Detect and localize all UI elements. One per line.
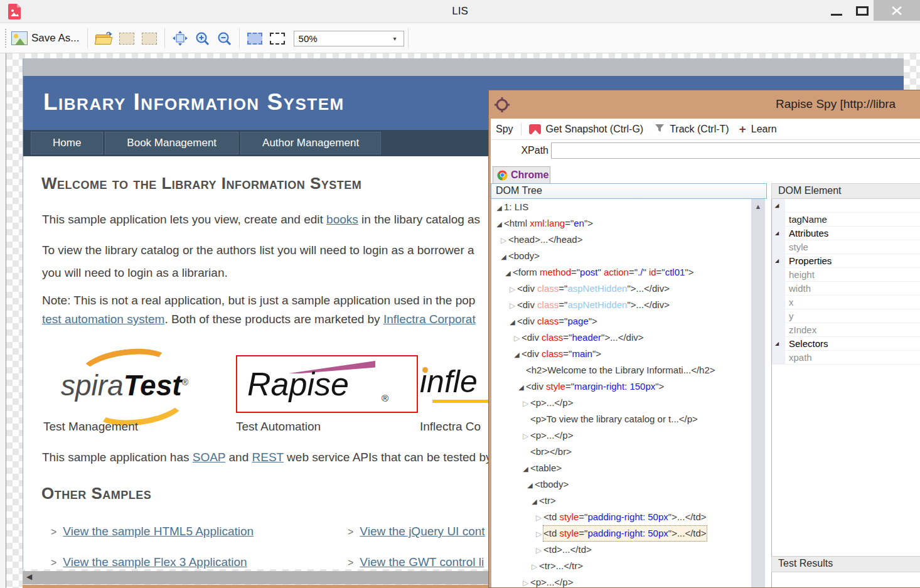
sample-link[interactable]: View the sample Flex 3 Application xyxy=(63,555,247,569)
open-file-button[interactable]: ↷ xyxy=(94,31,114,46)
property-group-row[interactable]: ◢Attributes xyxy=(772,227,920,240)
dom-tree-node[interactable]: ▷<head>...</head> xyxy=(491,232,751,248)
property-row[interactable]: xpath xyxy=(772,351,920,365)
scroll-left-icon[interactable]: ◀ xyxy=(26,572,32,581)
property-row[interactable]: x xyxy=(772,296,920,309)
property-row[interactable]: zIndex xyxy=(772,323,920,337)
dom-tree-node[interactable]: ◢<tr> xyxy=(491,493,751,509)
xpath-input[interactable] xyxy=(551,142,920,159)
inflectra-corporation-link[interactable]: Inflectra Corporat xyxy=(383,313,476,326)
dom-tree-node[interactable]: <p>To view the library catalog or t...</… xyxy=(491,411,751,427)
collapsed-icon[interactable]: ▷ xyxy=(521,575,530,587)
sample-link[interactable]: View the jQuery UI cont xyxy=(360,525,484,538)
expanded-icon[interactable]: ◢ xyxy=(495,200,504,216)
nav-item-author-management[interactable]: Author Management xyxy=(240,132,381,154)
dom-tree-node[interactable]: ▷<td style="padding-right: 50px">...</td… xyxy=(491,525,751,542)
dom-tree-node[interactable]: ◢<div class="page"> xyxy=(491,313,751,329)
spy-menu[interactable]: Spy xyxy=(496,124,513,135)
expanded-icon[interactable]: ◢ xyxy=(530,493,539,510)
dom-tree-node[interactable]: ◢<tbody> xyxy=(491,476,751,493)
collapsed-icon[interactable]: ▷ xyxy=(521,395,530,412)
dom-tree-node[interactable]: ▷<div class="aspNetHidden">...</div> xyxy=(491,297,751,313)
zoom-out-icon xyxy=(217,31,232,46)
expanded-icon[interactable]: ◢ xyxy=(495,216,504,232)
dom-tree-node[interactable]: <h2>Welcome to the Library Informati...<… xyxy=(491,362,751,378)
collapsed-icon[interactable]: ▷ xyxy=(521,428,530,444)
collapsed-icon[interactable]: ▷ xyxy=(508,297,517,314)
dom-tree-node[interactable]: ◢<body> xyxy=(491,248,751,264)
save-as-button[interactable]: Save As... xyxy=(9,30,82,46)
property-row[interactable]: width xyxy=(772,282,920,296)
dom-tree-node[interactable]: ◢<div style="margin-right: 150px"> xyxy=(491,378,751,395)
nav-item-home[interactable]: Home xyxy=(31,132,103,154)
dom-tree-node[interactable]: ▷<div class="header">...</div> xyxy=(491,329,751,346)
maximize-button[interactable] xyxy=(851,0,874,21)
property-group-row[interactable]: ◢ xyxy=(772,199,920,213)
rest-link[interactable]: REST xyxy=(252,451,283,464)
get-snapshot-button[interactable]: Get Snapshot (Ctrl-G) xyxy=(546,124,644,135)
sample-link[interactable]: View the sample HTML5 Application xyxy=(63,525,254,538)
selection-empty-button[interactable] xyxy=(268,31,287,46)
tab-chrome[interactable]: Chrome xyxy=(493,166,550,183)
zoom-out-button[interactable] xyxy=(215,30,233,47)
collapsed-icon[interactable]: ▷ xyxy=(534,542,543,559)
close-button[interactable] xyxy=(874,0,920,21)
soap-link[interactable]: SOAP xyxy=(193,451,225,464)
fit-to-window-button[interactable] xyxy=(171,29,190,47)
expanded-icon[interactable]: ◢ xyxy=(512,346,522,363)
minimize-button[interactable] xyxy=(823,0,851,21)
expanded-icon[interactable]: ◢ xyxy=(503,265,513,281)
zoom-level-combobox[interactable]: 50% ▾ xyxy=(294,31,404,46)
scroll-up-icon[interactable]: ▲ xyxy=(751,203,765,210)
expanded-icon[interactable]: ◢ xyxy=(775,227,779,240)
dom-tree-node[interactable]: ▷<p>...</p> xyxy=(491,427,751,444)
nav-item-book-management[interactable]: Book Management xyxy=(105,132,238,154)
property-group-row[interactable]: ◢Selectors xyxy=(772,337,920,351)
property-row[interactable]: tagName xyxy=(772,213,920,227)
welcome-heading: Welcome to the Library Information Syste… xyxy=(41,174,361,193)
dom-tree-node[interactable]: ▷<p>...</p> xyxy=(491,574,751,587)
property-group-row[interactable]: ◢Properties xyxy=(772,254,920,268)
dom-tree-node[interactable]: <br></br> xyxy=(491,444,751,460)
books-link[interactable]: books xyxy=(326,213,358,226)
expanded-icon[interactable]: ◢ xyxy=(775,199,779,213)
dom-tree-node[interactable]: ▷<div class="aspNetHidden">...</div> xyxy=(491,281,751,297)
rapise-logo-selection-box[interactable]: Rapise ® xyxy=(236,355,418,413)
expanded-icon[interactable]: ◢ xyxy=(499,249,508,265)
dom-tree-node[interactable]: ◢1: LIS xyxy=(491,199,751,215)
expanded-icon[interactable]: ◢ xyxy=(525,477,535,493)
dom-tree-node[interactable]: ▷<p>...</p> xyxy=(491,395,751,411)
dom-tree-node[interactable]: ◢<form method="post" action="./" id="ctl… xyxy=(491,264,751,281)
dom-tree-scrollbar[interactable]: ▲ xyxy=(751,199,765,587)
property-row[interactable]: height xyxy=(772,268,920,282)
open-folder-icon: ↷ xyxy=(95,32,112,45)
expanded-icon[interactable]: ◢ xyxy=(775,337,779,351)
dom-tree-node[interactable]: ▷<td style="padding-right: 50px">...</td… xyxy=(491,509,751,525)
dom-tree-node[interactable]: ▷<tr>...</tr> xyxy=(491,558,751,574)
learn-button[interactable]: Learn xyxy=(751,124,777,135)
spiratest-logo[interactable]: spiraTest® xyxy=(53,352,210,422)
dom-tree-node[interactable]: ◢<table> xyxy=(491,460,751,476)
property-row[interactable]: y xyxy=(772,309,920,323)
selection-tool-button[interactable] xyxy=(117,31,136,46)
expanded-icon[interactable]: ◢ xyxy=(521,461,530,477)
dom-tree-node[interactable]: ◢<div class="main"> xyxy=(491,346,751,362)
selection-tool2-button[interactable] xyxy=(140,31,159,46)
collapsed-icon[interactable]: ▷ xyxy=(530,559,539,575)
collapsed-icon[interactable]: ▷ xyxy=(534,510,543,526)
expanded-icon[interactable]: ◢ xyxy=(516,379,526,395)
test-automation-system-link[interactable]: test automation system xyxy=(42,313,164,326)
collapsed-icon[interactable]: ▷ xyxy=(512,330,522,346)
expanded-icon[interactable]: ◢ xyxy=(508,314,517,330)
track-button[interactable]: Track (Ctrl-T) xyxy=(670,124,729,135)
property-row[interactable]: style xyxy=(772,240,920,254)
expanded-icon[interactable]: ◢ xyxy=(775,254,779,268)
sample-link[interactable]: View the GWT control li xyxy=(360,555,484,569)
zoom-in-button[interactable] xyxy=(193,30,211,47)
collapsed-icon[interactable]: ▷ xyxy=(499,232,508,249)
dom-tree-node[interactable]: ▷<td>...</td> xyxy=(491,542,751,558)
selection-active-button[interactable] xyxy=(245,31,264,46)
dom-tree-node[interactable]: ◢<html xml:lang="en"> xyxy=(491,215,751,232)
collapsed-icon[interactable]: ▷ xyxy=(508,281,517,297)
collapsed-icon[interactable]: ▷ xyxy=(534,526,543,542)
